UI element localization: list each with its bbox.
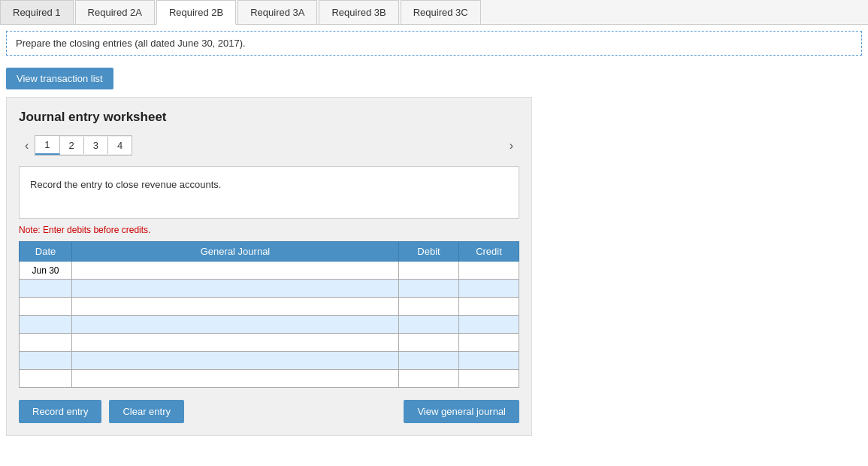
debit-input-3[interactable] xyxy=(399,298,458,315)
journal-input-6[interactable] xyxy=(72,352,398,369)
debit-input-1[interactable] xyxy=(399,262,458,279)
credit-cell-7[interactable] xyxy=(459,370,519,388)
bottom-buttons: Record entry Clear entry View general jo… xyxy=(19,400,519,423)
journal-cell-6[interactable] xyxy=(72,352,399,370)
debit-input-7[interactable] xyxy=(399,370,458,387)
credit-input-3[interactable] xyxy=(459,298,519,315)
table-row xyxy=(20,316,519,334)
journal-input-1[interactable] xyxy=(72,262,398,279)
table-row xyxy=(20,298,519,316)
table-row xyxy=(20,280,519,298)
worksheet-container: Journal entry worksheet ‹ 1 2 3 4 › Reco… xyxy=(6,97,532,436)
instruction-text: Prepare the closing entries (all dated J… xyxy=(16,38,246,49)
journal-table: Date General Journal Debit Credit Jun 30 xyxy=(19,241,519,388)
credit-cell-6[interactable] xyxy=(459,352,519,370)
clear-entry-button[interactable]: Clear entry xyxy=(109,400,184,423)
journal-input-7[interactable] xyxy=(72,370,398,387)
page-1[interactable]: 1 xyxy=(35,136,59,155)
credit-cell-4[interactable] xyxy=(459,316,519,334)
entry-instruction-box: Record the entry to close revenue accoun… xyxy=(19,166,519,219)
debit-cell-2[interactable] xyxy=(399,280,459,298)
debit-cell-7[interactable] xyxy=(399,370,459,388)
journal-cell-4[interactable] xyxy=(72,316,399,334)
debit-input-4[interactable] xyxy=(399,316,458,333)
col-header-credit: Credit xyxy=(459,242,519,262)
table-row xyxy=(20,370,519,388)
date-cell-2 xyxy=(20,280,72,298)
debit-cell-5[interactable] xyxy=(399,334,459,352)
debit-input-2[interactable] xyxy=(399,280,458,297)
page-3[interactable]: 3 xyxy=(84,137,108,154)
debit-cell-3[interactable] xyxy=(399,298,459,316)
date-cell-1: Jun 30 xyxy=(20,262,72,280)
credit-input-1[interactable] xyxy=(459,262,519,279)
next-page-button[interactable]: › xyxy=(504,136,519,156)
date-cell-3 xyxy=(20,298,72,316)
page-2[interactable]: 2 xyxy=(60,137,84,154)
tab-required2a[interactable]: Required 2A xyxy=(75,0,155,24)
tab-required3a[interactable]: Required 3A xyxy=(237,0,317,24)
credit-input-7[interactable] xyxy=(459,370,519,387)
journal-input-3[interactable] xyxy=(72,298,398,315)
table-row xyxy=(20,334,519,352)
record-entry-button[interactable]: Record entry xyxy=(19,400,101,423)
entry-instruction-text: Record the entry to close revenue accoun… xyxy=(30,179,221,190)
debit-input-6[interactable] xyxy=(399,352,458,369)
page-4[interactable]: 4 xyxy=(108,137,132,154)
journal-input-5[interactable] xyxy=(72,334,398,351)
journal-cell-5[interactable] xyxy=(72,334,399,352)
credit-cell-2[interactable] xyxy=(459,280,519,298)
date-cell-7 xyxy=(20,370,72,388)
debit-input-5[interactable] xyxy=(399,334,458,351)
prev-page-button[interactable]: ‹ xyxy=(19,136,35,156)
journal-cell-1[interactable] xyxy=(72,262,399,280)
tab-required3c[interactable]: Required 3C xyxy=(401,0,481,24)
credit-cell-1[interactable] xyxy=(459,262,519,280)
journal-input-4[interactable] xyxy=(72,316,398,333)
page-numbers: 1 2 3 4 xyxy=(35,135,132,156)
page-navigation: ‹ 1 2 3 4 › xyxy=(19,135,519,156)
note-text: Note: Enter debits before credits. xyxy=(19,225,519,235)
tab-required3b[interactable]: Required 3B xyxy=(319,0,398,24)
instruction-bar: Prepare the closing entries (all dated J… xyxy=(6,31,862,56)
credit-input-6[interactable] xyxy=(459,352,519,369)
journal-cell-3[interactable] xyxy=(72,298,399,316)
journal-input-2[interactable] xyxy=(72,280,398,297)
tab-required1[interactable]: Required 1 xyxy=(0,0,74,24)
tab-required2b[interactable]: Required 2B xyxy=(156,0,236,25)
view-transaction-button[interactable]: View transaction list xyxy=(6,68,113,89)
table-row: Jun 30 xyxy=(20,262,519,280)
col-header-date: Date xyxy=(20,242,72,262)
view-general-journal-button[interactable]: View general journal xyxy=(404,400,519,423)
journal-cell-2[interactable] xyxy=(72,280,399,298)
date-cell-5 xyxy=(20,334,72,352)
credit-input-5[interactable] xyxy=(459,334,519,351)
journal-cell-7[interactable] xyxy=(72,370,399,388)
credit-input-4[interactable] xyxy=(459,316,519,333)
col-header-debit: Debit xyxy=(399,242,459,262)
date-cell-4 xyxy=(20,316,72,334)
table-row xyxy=(20,352,519,370)
credit-cell-5[interactable] xyxy=(459,334,519,352)
credit-input-2[interactable] xyxy=(459,280,519,297)
debit-cell-6[interactable] xyxy=(399,352,459,370)
date-cell-6 xyxy=(20,352,72,370)
tabs-bar: Required 1 Required 2A Required 2B Requi… xyxy=(0,0,868,25)
worksheet-title: Journal entry worksheet xyxy=(19,110,519,125)
debit-cell-4[interactable] xyxy=(399,316,459,334)
col-header-journal: General Journal xyxy=(72,242,399,262)
debit-cell-1[interactable] xyxy=(399,262,459,280)
credit-cell-3[interactable] xyxy=(459,298,519,316)
